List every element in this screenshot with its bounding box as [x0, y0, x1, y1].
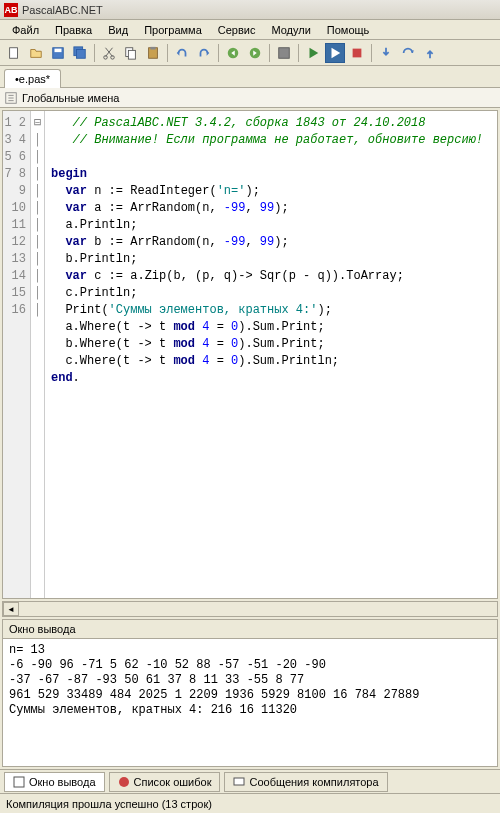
- menu-edit[interactable]: Правка: [47, 22, 100, 38]
- output-text[interactable]: n= 13 -6 -90 96 -71 5 62 -10 52 88 -57 -…: [2, 639, 498, 767]
- scroll-left-icon[interactable]: ◄: [3, 602, 19, 616]
- step-over-icon[interactable]: [398, 43, 418, 63]
- status-text: Компиляция прошла успешно (13 строк): [6, 798, 212, 810]
- open-file-icon[interactable]: [26, 43, 46, 63]
- step-into-icon[interactable]: [376, 43, 396, 63]
- menu-file[interactable]: Файл: [4, 22, 47, 38]
- messages-tab-icon: [233, 776, 245, 788]
- compile-icon[interactable]: [274, 43, 294, 63]
- save-icon[interactable]: [48, 43, 68, 63]
- tab-errors[interactable]: Список ошибок: [109, 772, 221, 792]
- menu-service[interactable]: Сервис: [210, 22, 264, 38]
- toolbar-separator: [167, 44, 168, 62]
- svg-rect-8: [128, 50, 135, 59]
- toolbar-separator: [218, 44, 219, 62]
- menu-help[interactable]: Помощь: [319, 22, 378, 38]
- menu-modules[interactable]: Модули: [263, 22, 318, 38]
- svg-rect-10: [150, 46, 155, 49]
- svg-rect-4: [77, 49, 86, 58]
- run-icon[interactable]: [303, 43, 323, 63]
- menu-program[interactable]: Программа: [136, 22, 210, 38]
- code-editor[interactable]: 1 2 3 4 5 6 7 8 9 10 11 12 13 14 15 16 ⊟…: [2, 110, 498, 599]
- tab-output-label: Окно вывода: [29, 776, 96, 788]
- run-no-debug-icon[interactable]: [325, 43, 345, 63]
- copy-icon[interactable]: [121, 43, 141, 63]
- scope-navbar: Глобальные имена: [0, 88, 500, 108]
- file-tabs: •e.pas*: [0, 66, 500, 88]
- file-tab[interactable]: •e.pas*: [4, 69, 61, 88]
- nav-forward-icon[interactable]: [245, 43, 265, 63]
- horizontal-scrollbar[interactable]: ◄: [2, 601, 498, 617]
- svg-rect-16: [14, 777, 24, 787]
- app-icon: AB: [4, 3, 18, 17]
- svg-point-17: [119, 777, 129, 787]
- fold-gutter[interactable]: ⊟ │ │ │ │ │ │ │ │ │ │ │: [31, 111, 45, 598]
- toolbar-separator: [269, 44, 270, 62]
- paste-icon[interactable]: [143, 43, 163, 63]
- svg-rect-18: [234, 778, 244, 785]
- toolbar-separator: [371, 44, 372, 62]
- redo-icon[interactable]: [194, 43, 214, 63]
- undo-icon[interactable]: [172, 43, 192, 63]
- stop-icon[interactable]: [347, 43, 367, 63]
- nav-back-icon[interactable]: [223, 43, 243, 63]
- toolbar-separator: [94, 44, 95, 62]
- menu-view[interactable]: Вид: [100, 22, 136, 38]
- svg-rect-14: [353, 48, 362, 57]
- menubar: Файл Правка Вид Программа Сервис Модули …: [0, 20, 500, 40]
- tab-messages[interactable]: Сообщения компилятора: [224, 772, 387, 792]
- step-out-icon[interactable]: [420, 43, 440, 63]
- bottom-tabs: Окно вывода Список ошибок Сообщения комп…: [0, 769, 500, 793]
- line-gutter: 1 2 3 4 5 6 7 8 9 10 11 12 13 14 15 16: [3, 111, 31, 598]
- titlebar: AB PascalABC.NET: [0, 0, 500, 20]
- scope-icon: [4, 91, 18, 105]
- scope-label[interactable]: Глобальные имена: [22, 92, 120, 104]
- window-title: PascalABC.NET: [22, 4, 103, 16]
- output-header: Окно вывода: [2, 619, 498, 639]
- code-area[interactable]: // PascalABC.NET 3.4.2, сборка 1843 от 2…: [45, 111, 497, 598]
- save-all-icon[interactable]: [70, 43, 90, 63]
- tab-errors-label: Список ошибок: [134, 776, 212, 788]
- output-tab-icon: [13, 776, 25, 788]
- svg-rect-13: [279, 47, 290, 58]
- svg-rect-0: [10, 47, 18, 58]
- tab-output[interactable]: Окно вывода: [4, 772, 105, 792]
- toolbar-separator: [298, 44, 299, 62]
- statusbar: Компиляция прошла успешно (13 строк): [0, 793, 500, 813]
- new-file-icon[interactable]: [4, 43, 24, 63]
- toolbar: [0, 40, 500, 66]
- output-panel: Окно вывода n= 13 -6 -90 96 -71 5 62 -10…: [2, 619, 498, 767]
- svg-rect-2: [55, 48, 62, 52]
- tab-messages-label: Сообщения компилятора: [249, 776, 378, 788]
- errors-tab-icon: [118, 776, 130, 788]
- cut-icon[interactable]: [99, 43, 119, 63]
